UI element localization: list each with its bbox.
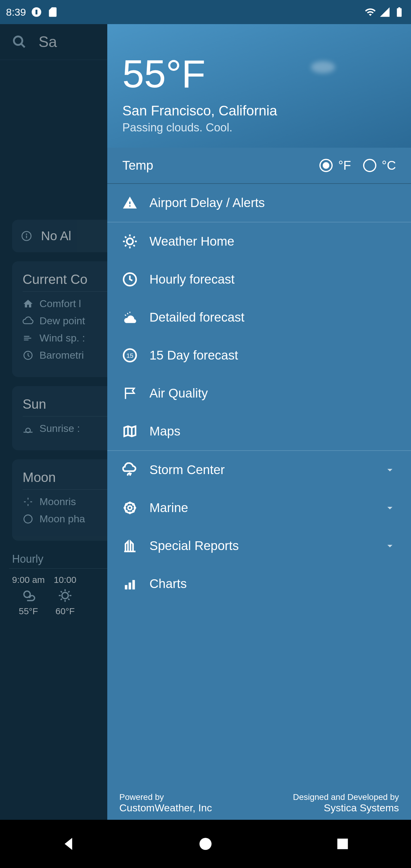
menu-marine[interactable]: Marine — [107, 489, 411, 527]
status-right — [365, 6, 405, 18]
battery-icon — [393, 6, 405, 18]
menu-list[interactable]: Airport Delay / Alerts Weather Home Hour… — [107, 184, 411, 820]
sunny-icon — [58, 588, 73, 603]
current-temperature: 55°F — [122, 54, 396, 93]
moon-phase-icon — [23, 514, 33, 524]
radio-unselected-icon — [363, 159, 376, 172]
recent-apps-button[interactable] — [334, 835, 352, 853]
wifi-icon — [365, 6, 376, 18]
menu-detailed-forecast[interactable]: Detailed forecast — [107, 299, 411, 336]
navigation-drawer: 55°F San Francisco, California Passing c… — [107, 24, 411, 820]
cell-signal-icon — [379, 6, 390, 18]
bg-hourly-item: 10:00 60°F — [54, 575, 76, 616]
svg-point-17 — [128, 506, 132, 510]
drawer-footer: Powered by CustomWeather, Inc Designed a… — [107, 788, 411, 820]
search-icon — [12, 35, 27, 49]
flag-icon — [122, 386, 137, 401]
chart-bar-icon — [122, 576, 137, 591]
buildings-icon — [122, 538, 137, 553]
privacy-icon — [31, 6, 42, 18]
svg-line-3 — [21, 44, 25, 47]
svg-point-2 — [14, 36, 22, 45]
chevron-down-icon — [384, 540, 396, 552]
powered-by-name: CustomWeather, Inc — [119, 802, 212, 814]
fahrenheit-label: °F — [338, 158, 351, 173]
menu-label: Airport Delay / Alerts — [150, 195, 396, 210]
menu-label: Air Quality — [150, 386, 396, 401]
menu-label: Maps — [150, 424, 396, 438]
powered-by-label: Powered by — [119, 792, 212, 802]
moonrise-icon — [23, 496, 33, 507]
svg-text:15: 15 — [126, 352, 133, 359]
menu-air-quality[interactable]: Air Quality — [107, 374, 411, 412]
cloud-icon — [23, 315, 33, 327]
temp-unit-selector: Temp °F °C — [107, 148, 411, 184]
status-time: 8:39 — [6, 6, 26, 18]
designed-by-label: Designed and Developed by — [293, 792, 399, 802]
wind-icon — [23, 333, 33, 344]
menu-charts[interactable]: Charts — [107, 565, 411, 594]
partly-cloudy-icon — [21, 588, 36, 603]
svg-rect-1 — [36, 10, 37, 14]
weather-condition: Passing clouds. Cool. — [122, 121, 396, 134]
svg-rect-19 — [129, 583, 131, 590]
unit-radio-group: °F °C — [319, 158, 396, 173]
cloud-sun-icon — [122, 310, 137, 325]
menu-maps[interactable]: Maps — [107, 412, 411, 451]
chevron-down-icon — [384, 464, 396, 476]
radio-selected-icon — [319, 159, 333, 172]
menu-15day-forecast[interactable]: 15 15 Day forecast — [107, 336, 411, 374]
alert-triangle-icon — [122, 195, 137, 210]
info-icon — [21, 230, 32, 241]
map-icon — [122, 424, 137, 439]
sd-card-icon — [47, 6, 59, 18]
menu-label: Weather Home — [150, 234, 396, 249]
sun-icon — [122, 234, 137, 249]
svg-rect-20 — [132, 580, 135, 590]
svg-point-10 — [24, 591, 30, 597]
svg-point-5 — [26, 234, 27, 235]
location-name: San Francisco, California — [122, 102, 396, 119]
menu-weather-home[interactable]: Weather Home — [107, 222, 411, 260]
menu-airport-delay[interactable]: Airport Delay / Alerts — [107, 184, 411, 222]
back-button[interactable] — [59, 835, 77, 853]
svg-rect-18 — [125, 585, 127, 590]
celsius-option[interactable]: °C — [363, 158, 396, 173]
svg-point-9 — [24, 515, 32, 523]
sunrise-icon — [23, 423, 33, 434]
menu-storm-center[interactable]: Storm Center — [107, 451, 411, 489]
svg-point-12 — [127, 239, 133, 245]
clock-icon — [122, 272, 137, 287]
menu-label: Storm Center — [150, 463, 372, 477]
home-button[interactable] — [196, 835, 215, 853]
footer-designed: Designed and Developed by Systica System… — [293, 792, 399, 814]
ship-wheel-icon — [122, 500, 137, 516]
svg-point-21 — [199, 838, 212, 850]
barometer-icon — [23, 350, 33, 361]
menu-label: Special Reports — [150, 538, 372, 553]
bg-location-text: Sa — [38, 33, 57, 51]
status-bar: 8:39 — [0, 0, 411, 24]
menu-label: 15 Day forecast — [150, 348, 396, 363]
svg-rect-6 — [26, 236, 27, 239]
bg-hourly-item: 9:00 am 55°F — [12, 575, 44, 616]
menu-label: Detailed forecast — [150, 310, 396, 324]
svg-rect-22 — [337, 839, 348, 849]
menu-label: Hourly forecast — [150, 272, 396, 287]
celsius-label: °C — [382, 158, 396, 173]
menu-label: Charts — [150, 577, 396, 591]
menu-label: Marine — [150, 501, 372, 515]
menu-special-reports[interactable]: Special Reports — [107, 527, 411, 565]
designed-by-name: Systica Systems — [293, 802, 399, 814]
drawer-header: 55°F San Francisco, California Passing c… — [107, 24, 411, 148]
navigation-bar — [0, 820, 411, 868]
home-icon — [23, 299, 33, 309]
status-left: 8:39 — [6, 6, 59, 18]
fifteen-icon: 15 — [122, 348, 137, 363]
footer-powered: Powered by CustomWeather, Inc — [119, 792, 212, 814]
storm-icon — [122, 462, 137, 477]
svg-point-11 — [62, 592, 68, 599]
menu-hourly-forecast[interactable]: Hourly forecast — [107, 260, 411, 299]
chevron-down-icon — [384, 502, 396, 514]
fahrenheit-option[interactable]: °F — [319, 158, 351, 173]
